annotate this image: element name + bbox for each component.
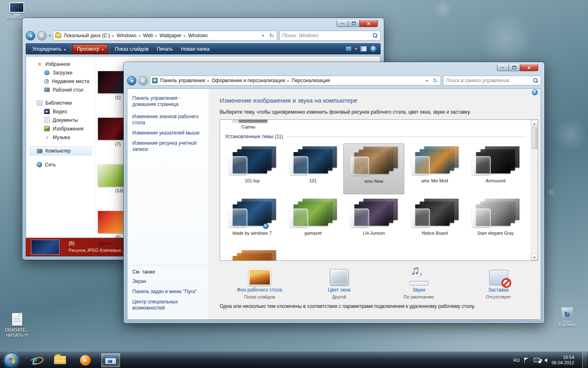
search-input[interactable] (282, 33, 373, 38)
file-thumbnail[interactable] (98, 118, 127, 140)
nav-recent[interactable]: Недавние места (26, 77, 95, 85)
desktop-icon-recycle-bin[interactable]: Корзина (551, 307, 583, 328)
close-button[interactable] (520, 64, 538, 71)
theme-item-101-top[interactable]: 101 top (222, 144, 283, 194)
taskbar-windows-explorer[interactable] (51, 353, 69, 367)
preview-pane-icon[interactable] (361, 46, 367, 52)
theme-item-blade-by-windows-7[interactable]: blade by windows 7 (222, 196, 283, 247)
new-folder-button[interactable]: Новая папка (177, 45, 214, 54)
theme-item-lh-junoon[interactable]: LH-Junoon (343, 196, 404, 247)
theme-item-notice-board[interactable]: Notice Board (404, 196, 465, 247)
gallery-scrollbar[interactable] (531, 120, 538, 260)
file-thumbnail[interactable] (98, 211, 127, 233)
theme-item-armoured[interactable]: Armoured (465, 144, 526, 194)
start-button[interactable] (4, 353, 19, 368)
file-label[interactable]: (1) (115, 95, 120, 100)
breadcrumb-item[interactable]: Windows (114, 31, 139, 40)
view-menu[interactable]: Просмотр (72, 44, 108, 54)
file-label[interactable]: (7) (115, 141, 120, 146)
sidebar-link-taskbar-startmenu[interactable]: Панель задач и меню "Пуск" (132, 289, 205, 295)
sidebar-link-mouse-pointers[interactable]: Изменение указателей мыши (132, 130, 205, 136)
forward-button[interactable] (138, 76, 148, 85)
nav-pictures[interactable]: Изображения (26, 124, 95, 133)
theme-item-amc-new-selected[interactable]: amc-New (343, 144, 404, 194)
sidebar-home-link[interactable]: Панель управления - домашняя страница (132, 95, 205, 108)
nav-downloads[interactable]: Загрузки (26, 68, 95, 77)
refresh-button[interactable] (430, 76, 441, 85)
back-icon (130, 79, 133, 83)
file-thumbnail[interactable] (98, 71, 127, 93)
maximize-button[interactable] (509, 64, 520, 71)
breadcrumb-item[interactable]: Web (140, 31, 155, 40)
nav-network[interactable]: Сеть (26, 160, 95, 169)
back-button[interactable] (127, 76, 136, 85)
sidebar-link-account-picture[interactable]: Изменение рисунка учетной записи (132, 140, 205, 153)
breadcrumb-item[interactable]: Wallpaper (157, 31, 184, 40)
nav-libraries[interactable]: Библиотеки (26, 99, 95, 107)
refresh-button[interactable] (266, 31, 277, 40)
scroll-up-arrow[interactable] (531, 120, 538, 127)
theme-label-scenes[interactable]: Сцены (241, 124, 255, 129)
file-label[interactable]: (13) (115, 188, 123, 193)
search-input[interactable] (446, 78, 533, 83)
change-view-icon[interactable] (345, 46, 352, 52)
sidebar-link-display[interactable]: Экран (132, 278, 205, 285)
search-icon[interactable] (533, 78, 538, 83)
scroll-down-arrow[interactable] (531, 254, 538, 260)
nav-computer[interactable]: Компьютер (29, 146, 92, 155)
address-dropdown[interactable] (260, 34, 266, 38)
volume-icon[interactable] (544, 358, 547, 362)
history-dropdown[interactable] (49, 34, 51, 38)
desktop-icon-readme[interactable]: ОБЯЗАТЕ... ЧИТАТЬ !!! (1, 313, 33, 338)
sounds-button[interactable]: Звуки По умолчанию (379, 266, 459, 299)
network-icon[interactable] (534, 358, 540, 362)
desktop-icon-computer[interactable]: Компью... (1, 2, 33, 20)
taskbar-internet-explorer[interactable]: e (25, 353, 44, 367)
desktop-background-button[interactable]: Фон рабочего стола Показ слайдов (220, 266, 299, 299)
action-center-flag-icon[interactable] (524, 357, 529, 363)
scrollbar-thumb[interactable] (532, 128, 537, 149)
show-desktop-button[interactable] (582, 352, 587, 368)
view-dropdown-icon[interactable] (355, 47, 357, 51)
theme-item-gamazet[interactable]: gamazet (283, 196, 343, 247)
breadcrumb-item[interactable]: Панель управления (158, 76, 207, 85)
taskbar-media-player[interactable] (76, 353, 95, 367)
file-thumbnail[interactable] (98, 164, 127, 186)
minimize-button[interactable] (336, 20, 348, 27)
clock[interactable]: 18:54 06.04.2012 (552, 355, 574, 366)
breadcrumb-item[interactable]: Windows (185, 31, 210, 40)
maximize-button[interactable] (348, 20, 359, 27)
close-button[interactable] (359, 20, 378, 27)
taskbar-control-panel-active[interactable] (101, 353, 120, 367)
theme-item-partially-visible[interactable] (222, 247, 283, 261)
forward-button[interactable] (37, 31, 47, 40)
minimize-button[interactable] (497, 64, 509, 71)
address-dropdown[interactable] (423, 79, 430, 83)
nav-desktop[interactable]: Рабочий стол (26, 85, 95, 94)
breadcrumb-item[interactable]: Локальный диск (C:) (61, 31, 113, 40)
organize-menu[interactable]: Упорядочить (28, 45, 69, 54)
nav-music[interactable]: Музыка (26, 133, 95, 141)
sidebar-link-desktop-icons[interactable]: Изменение значков рабочего стола (132, 114, 205, 126)
search-icon[interactable] (373, 33, 378, 38)
print-button[interactable]: Печать (153, 45, 177, 54)
language-indicator[interactable]: RU (513, 358, 520, 363)
nav-favorites[interactable]: Избранное (26, 60, 95, 68)
theme-item-amc-mix-mod[interactable]: amc Mix Mod (404, 144, 465, 194)
nav-label: Видео (53, 109, 67, 114)
help-icon[interactable] (370, 46, 376, 52)
back-button[interactable] (26, 31, 35, 40)
help-icon[interactable] (532, 89, 538, 95)
nav-documents[interactable]: Документы (26, 116, 95, 124)
window-color-button[interactable]: Цвет окна Другой (299, 266, 379, 299)
screensaver-button[interactable]: Заставка Отсутствует (459, 266, 538, 299)
slideshow-button[interactable]: Показ слайдов (111, 45, 153, 54)
file-label[interactable]: (6) (115, 235, 120, 238)
breadcrumb-item[interactable]: Оформление и персонализация (209, 76, 287, 85)
nav-video[interactable]: Видео (26, 107, 95, 116)
breadcrumb-item[interactable]: Персонализация (289, 76, 332, 85)
sidebar-link-ease-of-access[interactable]: Центр специальных возможностей (132, 299, 205, 311)
theme-item-start-elegant-gray[interactable]: Start elegant Gray (465, 196, 526, 247)
theme-item-101[interactable]: 101 (283, 144, 343, 194)
glass-overlay-icon (290, 156, 308, 175)
